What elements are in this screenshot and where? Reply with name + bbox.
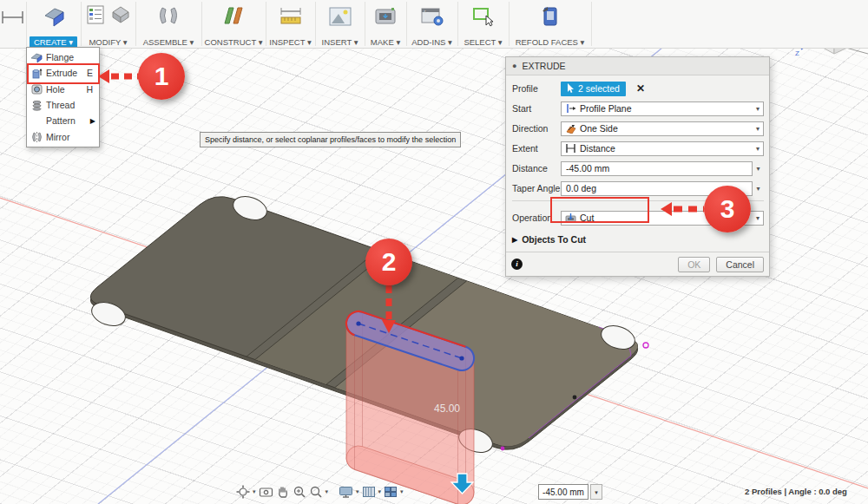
insert-image-icon[interactable] — [315, 0, 365, 33]
flange-small-icon — [30, 52, 43, 63]
main-toolbar: CREATE ▾ MODIFY ▾ ASSEMBLE ▾ — [0, 0, 868, 49]
menu-item-mirror[interactable]: Mirror — [27, 128, 99, 144]
refold-faces-menu-button[interactable]: REFOLD FACES ▾ — [516, 37, 585, 47]
dialog-grip-icon: ● — [512, 62, 516, 70]
viewports-caret-icon[interactable]: ▾ — [400, 488, 404, 495]
clear-selection-button[interactable]: ✕ — [636, 82, 645, 95]
addins-icon[interactable]: > _ — [406, 0, 457, 33]
create-dropdown-menu: Flange Extrude E Hole H Thread Pattern ▶ — [26, 47, 100, 147]
direction-row: Direction One Side ▾ — [512, 121, 764, 136]
grid-settings-icon[interactable] — [362, 485, 376, 499]
start-row: Start Profile Plane ▾ — [512, 101, 764, 116]
vertex-marker-magenta — [643, 343, 648, 348]
toolbar-group-make[interactable]: MAKE ▾ — [365, 0, 406, 48]
taper-spinner[interactable]: ▾ — [753, 185, 764, 193]
distance-spinner[interactable]: ▾ — [753, 165, 764, 173]
profile-plane-icon — [565, 103, 576, 114]
selection-status-text: 2 Profiles | Angle : 0.0 deg — [745, 487, 847, 496]
pan-tool-icon[interactable] — [276, 485, 290, 499]
extrude-distance-label: 45.00 — [434, 403, 460, 415]
look-at-tool-icon[interactable] — [259, 485, 273, 499]
display-caret-icon[interactable]: ▾ — [356, 488, 359, 495]
z-axis-label: Z — [795, 49, 799, 57]
dialog-header[interactable]: ● EXTRUDE — [506, 57, 769, 75]
parameters-icon[interactable] — [86, 3, 105, 29]
assemble-icon[interactable] — [135, 0, 201, 33]
vertex-marker-black-dot — [573, 396, 577, 400]
distance-quick-caret[interactable]: ▾ — [590, 484, 602, 500]
toolbar-group-construct[interactable]: CONSTRUCT ▾ — [201, 0, 266, 48]
toolbar-group-create[interactable]: CREATE ▾ — [26, 0, 81, 48]
make-menu-button[interactable]: MAKE ▾ — [371, 37, 400, 47]
toolbar-group-insert[interactable]: INSERT ▾ — [315, 0, 365, 48]
menu-item-pattern[interactable]: Pattern ▶ — [27, 113, 99, 128]
expand-arrow-icon: ▶ — [512, 236, 517, 244]
submenu-arrow-icon: ▶ — [90, 117, 95, 125]
refold-faces-icon[interactable] — [509, 0, 591, 33]
profile-label: Profile — [512, 83, 561, 94]
taper-angle-label: Taper Angle — [512, 183, 561, 193]
orbit-caret-icon[interactable]: ▾ — [253, 488, 256, 495]
cancel-button[interactable]: Cancel — [716, 257, 764, 272]
select-menu-button[interactable]: SELECT ▾ — [464, 37, 502, 47]
hole-small-icon — [30, 83, 43, 95]
dimension-icon-partial[interactable] — [1, 9, 24, 29]
display-settings-icon[interactable] — [339, 485, 353, 499]
toolbar-group-assemble[interactable]: ASSEMBLE ▾ — [135, 0, 201, 48]
start-dropdown[interactable]: Profile Plane ▾ — [561, 101, 764, 116]
direction-dropdown[interactable]: One Side ▾ — [561, 121, 764, 136]
extent-label: Extent — [512, 143, 561, 154]
highlight-box-cut — [550, 197, 649, 223]
viewports-icon[interactable] — [384, 485, 398, 499]
zoom-tool-icon[interactable] — [293, 485, 306, 499]
select-icon[interactable] — [457, 0, 509, 33]
one-side-icon — [565, 123, 576, 134]
menu-item-thread[interactable]: Thread — [27, 97, 99, 113]
construct-icon[interactable] — [201, 0, 266, 33]
toolbar-group-modify[interactable]: MODIFY ▾ — [81, 0, 135, 48]
modify-menu-button[interactable]: MODIFY ▾ — [89, 37, 127, 47]
start-label: Start — [512, 103, 561, 114]
pattern-no-icon — [30, 115, 43, 127]
distance-input[interactable] — [561, 161, 753, 176]
distance-extent-icon — [565, 143, 576, 154]
flange-icon[interactable] — [26, 0, 81, 33]
toolbar-group-inspect[interactable]: INSPECT ▾ — [266, 0, 315, 48]
step-3-badge: 3 — [704, 186, 751, 232]
status-hint-tooltip: Specify distance, or select coplanar pro… — [200, 132, 461, 147]
extent-row: Extent Distance ▾ — [512, 141, 764, 156]
toolbar-group-select[interactable]: SELECT ▾ — [457, 0, 509, 48]
dropdown-caret-icon: ▾ — [756, 214, 760, 222]
svg-text:> _: > _ — [424, 9, 429, 13]
inspect-menu-button[interactable]: INSPECT ▾ — [269, 37, 311, 47]
construct-menu-button[interactable]: CONSTRUCT ▾ — [205, 37, 263, 47]
zoom-caret-icon[interactable]: ▾ — [326, 488, 329, 495]
highlight-box-extrude — [27, 63, 100, 84]
make-icon[interactable] — [365, 0, 406, 33]
step-2-arrow — [380, 284, 399, 336]
navigation-toolbar: ▾ ▾ ▾ ▾ ▾ — [236, 482, 404, 501]
thread-small-icon — [30, 100, 43, 111]
direction-label: Direction — [512, 123, 561, 134]
assemble-menu-button[interactable]: ASSEMBLE ▾ — [143, 37, 194, 47]
profile-selection-chip[interactable]: 2 selected — [561, 82, 626, 96]
insert-menu-button[interactable]: INSERT ▾ — [322, 37, 358, 47]
info-icon[interactable]: i — [511, 259, 523, 270]
distance-row: Distance ▾ — [512, 160, 764, 176]
extent-dropdown[interactable]: Distance ▾ — [561, 141, 764, 156]
zoom-window-tool-icon[interactable] — [309, 485, 323, 499]
profile-row: Profile 2 selected ✕ — [512, 81, 764, 96]
toolbar-group-refold[interactable]: REFOLD FACES ▾ — [509, 0, 591, 48]
ok-button[interactable]: OK — [678, 257, 710, 272]
measure-icon[interactable] — [266, 0, 315, 33]
dialog-footer: i OK Cancel — [506, 252, 769, 276]
objects-to-cut-expander[interactable]: ▶ Objects To Cut — [512, 232, 764, 246]
press-pull-icon[interactable] — [110, 3, 131, 29]
step-2-badge: 2 — [365, 239, 412, 285]
distance-quick-input[interactable] — [538, 484, 589, 500]
step-3-arrow — [658, 200, 706, 218]
orbit-tool-icon[interactable] — [236, 485, 250, 499]
grid-caret-icon[interactable]: ▾ — [378, 488, 382, 495]
toolbar-group-addins[interactable]: > _ ADD-INS ▾ — [406, 0, 457, 48]
addins-menu-button[interactable]: ADD-INS ▾ — [411, 37, 451, 47]
